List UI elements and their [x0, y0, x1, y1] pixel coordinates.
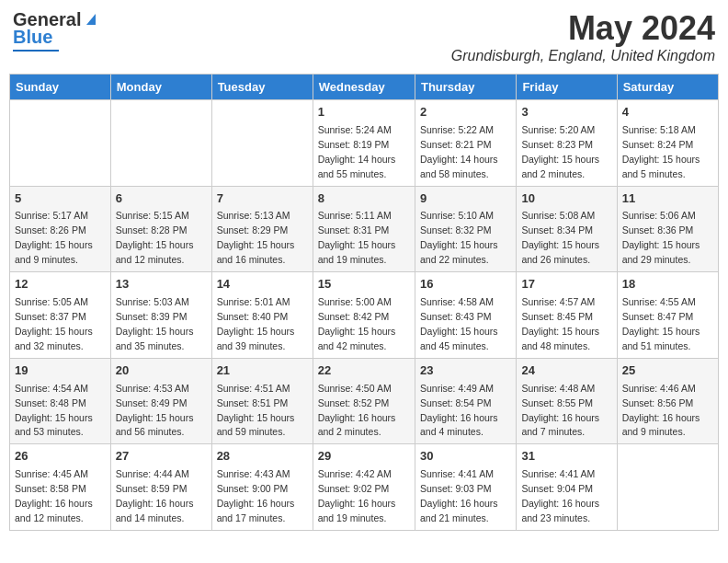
cell-info: Daylight: 16 hours and 21 minutes. [420, 498, 498, 523]
calendar-cell: 28Sunrise: 4:43 AMSunset: 9:00 PMDayligh… [211, 444, 313, 531]
day-number: 7 [217, 190, 308, 208]
cell-info: Daylight: 15 hours and 39 minutes. [217, 326, 295, 351]
day-number: 2 [420, 104, 511, 121]
cell-info: Sunrise: 4:53 AM [116, 383, 189, 394]
cell-info: Daylight: 15 hours and 12 minutes. [116, 239, 194, 265]
cell-info: Daylight: 15 hours and 32 minutes. [15, 326, 93, 351]
cell-info: Sunset: 8:49 PM [116, 397, 188, 408]
cell-info: Sunrise: 5:24 AM [318, 124, 392, 135]
calendar-cell: 13Sunrise: 5:03 AMSunset: 8:39 PMDayligh… [110, 272, 211, 359]
calendar-cell: 3Sunrise: 5:20 AMSunset: 8:23 PMDaylight… [517, 100, 617, 187]
calendar-cell: 21Sunrise: 4:51 AMSunset: 8:51 PMDayligh… [211, 358, 313, 444]
cell-info: Sunrise: 5:05 AM [15, 296, 88, 307]
cell-info: Daylight: 15 hours and 59 minutes. [217, 412, 295, 438]
cell-info: Daylight: 15 hours and 53 minutes. [15, 412, 93, 438]
logo-icon [83, 10, 99, 27]
cell-info: Sunrise: 4:45 AM [15, 468, 88, 479]
cell-info: Sunset: 8:54 PM [420, 397, 492, 408]
day-number: 18 [622, 276, 713, 293]
cell-info: Sunrise: 4:41 AM [521, 468, 595, 479]
day-number: 14 [217, 276, 308, 293]
cell-info: Daylight: 15 hours and 29 minutes. [622, 239, 700, 265]
day-number: 30 [420, 448, 511, 465]
day-number: 24 [521, 362, 611, 380]
location-subtitle: Grundisburgh, England, United Kingdom [451, 48, 715, 64]
day-header-thursday: Thursday [415, 75, 516, 100]
calendar-header-row: SundayMondayTuesdayWednesdayThursdayFrid… [10, 75, 719, 100]
calendar-body: 1Sunrise: 5:24 AMSunset: 8:19 PMDaylight… [10, 100, 719, 531]
cell-info: Sunset: 8:40 PM [217, 311, 289, 322]
calendar-week-row: 26Sunrise: 4:45 AMSunset: 8:58 PMDayligh… [10, 444, 719, 531]
calendar-cell: 22Sunrise: 4:50 AMSunset: 8:52 PMDayligh… [313, 358, 415, 444]
cell-info: Daylight: 16 hours and 19 minutes. [318, 498, 396, 523]
cell-info: Sunset: 8:26 PM [15, 224, 86, 236]
cell-info: Sunrise: 4:51 AM [217, 383, 290, 394]
cell-info: Sunrise: 4:46 AM [622, 383, 696, 394]
cell-info: Daylight: 16 hours and 23 minutes. [521, 498, 599, 523]
calendar-cell: 19Sunrise: 4:54 AMSunset: 8:48 PMDayligh… [10, 358, 111, 444]
month-year-title: May 2024 [451, 9, 715, 48]
day-number: 13 [116, 276, 207, 293]
cell-info: Sunset: 8:42 PM [318, 311, 390, 322]
day-number: 17 [521, 276, 611, 293]
calendar-cell: 25Sunrise: 4:46 AMSunset: 8:56 PMDayligh… [617, 358, 718, 444]
day-number: 10 [521, 190, 611, 208]
day-number: 25 [622, 362, 713, 380]
day-number: 21 [217, 362, 308, 380]
cell-info: Sunset: 8:19 PM [318, 139, 390, 150]
cell-info: Daylight: 15 hours and 5 minutes. [622, 154, 700, 179]
cell-info: Sunrise: 5:20 AM [521, 124, 595, 135]
calendar-cell: 30Sunrise: 4:41 AMSunset: 9:03 PMDayligh… [415, 444, 516, 531]
cell-info: Daylight: 16 hours and 9 minutes. [622, 412, 700, 438]
cell-info: Daylight: 16 hours and 2 minutes. [318, 412, 396, 438]
day-header-friday: Friday [517, 75, 617, 100]
cell-info: Daylight: 16 hours and 17 minutes. [217, 498, 295, 523]
cell-info: Daylight: 15 hours and 16 minutes. [217, 239, 295, 265]
cell-info: Sunrise: 4:43 AM [217, 468, 290, 479]
cell-info: Sunset: 8:48 PM [15, 397, 86, 408]
calendar-week-row: 1Sunrise: 5:24 AMSunset: 8:19 PMDaylight… [10, 100, 719, 187]
page-header: General Blue May 2024 Grundisburgh, Engl… [9, 9, 719, 64]
cell-info: Daylight: 15 hours and 26 minutes. [521, 239, 599, 265]
cell-info: Sunrise: 5:22 AM [420, 124, 494, 135]
cell-info: Sunset: 8:56 PM [622, 397, 694, 408]
calendar-cell: 15Sunrise: 5:00 AMSunset: 8:42 PMDayligh… [313, 272, 415, 359]
cell-info: Daylight: 14 hours and 55 minutes. [318, 154, 396, 179]
day-number: 22 [318, 362, 410, 380]
cell-info: Sunrise: 4:58 AM [420, 296, 494, 307]
calendar-cell: 11Sunrise: 5:06 AMSunset: 8:36 PMDayligh… [617, 186, 718, 272]
day-number: 11 [622, 190, 713, 208]
cell-info: Daylight: 16 hours and 14 minutes. [116, 498, 194, 523]
cell-info: Sunset: 9:00 PM [217, 483, 289, 494]
cell-info: Sunset: 8:39 PM [116, 311, 188, 322]
logo: General Blue [13, 9, 99, 52]
cell-info: Sunset: 9:03 PM [420, 483, 492, 494]
cell-info: Daylight: 16 hours and 12 minutes. [15, 498, 93, 523]
day-number: 8 [318, 190, 410, 208]
day-number: 28 [217, 448, 308, 465]
cell-info: Sunset: 9:02 PM [318, 483, 390, 494]
cell-info: Daylight: 16 hours and 4 minutes. [420, 412, 498, 438]
day-number: 1 [318, 104, 410, 121]
cell-info: Sunset: 9:04 PM [521, 483, 593, 494]
cell-info: Sunrise: 4:54 AM [15, 383, 88, 394]
cell-info: Sunset: 8:29 PM [217, 224, 289, 236]
cell-info: Sunset: 8:31 PM [318, 224, 390, 236]
day-number: 27 [116, 448, 207, 465]
day-number: 16 [420, 276, 511, 293]
cell-info: Sunset: 8:21 PM [420, 139, 492, 150]
cell-info: Sunrise: 5:17 AM [15, 210, 88, 221]
cell-info: Sunrise: 4:55 AM [622, 296, 696, 307]
calendar-week-row: 5Sunrise: 5:17 AMSunset: 8:26 PMDaylight… [10, 186, 719, 272]
day-number: 6 [116, 190, 207, 208]
cell-info: Sunrise: 4:48 AM [521, 383, 595, 394]
day-header-tuesday: Tuesday [211, 75, 313, 100]
cell-info: Sunrise: 5:15 AM [116, 210, 189, 221]
day-number: 9 [420, 190, 511, 208]
cell-info: Sunset: 8:34 PM [521, 224, 593, 236]
cell-info: Sunrise: 4:42 AM [318, 468, 392, 479]
cell-info: Sunset: 8:24 PM [622, 139, 694, 150]
cell-info: Sunrise: 5:11 AM [318, 210, 392, 221]
cell-info: Sunset: 8:59 PM [116, 483, 188, 494]
day-header-sunday: Sunday [10, 75, 111, 100]
